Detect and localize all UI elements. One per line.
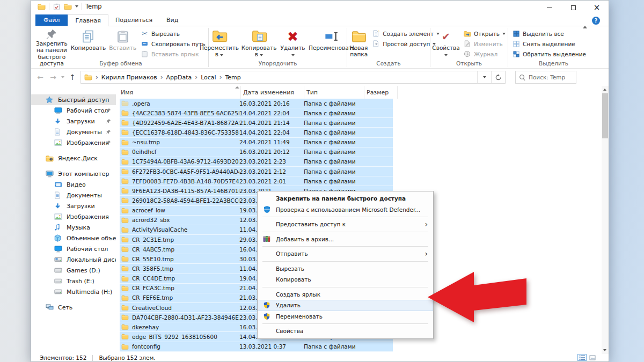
tab-file[interactable]: Файл [35,14,68,26]
scroll-down-icon[interactable] [603,349,606,351]
context-menu-item-add-to-archive[interactable]: Добавить в архив... [258,234,433,245]
paste-shortcut-button[interactable]: Вставить ярлык [138,49,208,59]
sidebar-item-documents[interactable]: Документы [31,190,116,201]
context-menu-item-pin-to-quick-access[interactable]: Закрепить на панели быстрого доступа [258,193,433,204]
file-row[interactable]: fontconfig 13.03.2021 0:37 Папка с файла… [120,342,393,352]
sidebar-item-desktop-pinned[interactable]: Рабочий стол [31,105,116,116]
copy-button[interactable]: Копировать [69,28,108,59]
context-menu-item-send-to[interactable]: Отправить › [258,248,433,260]
sidebar-item-downloads[interactable]: Загрузки [31,201,116,211]
sidebar-item-label: Быстрый доступ [58,97,109,104]
paste-button[interactable]: Вставить [107,28,138,59]
back-button[interactable]: ← [35,73,45,82]
invert-selection-button[interactable]: Обратить выделение [509,49,589,59]
details-view-button[interactable] [577,354,587,361]
scroll-up-icon[interactable] [603,88,606,91]
breadcrumb-segment[interactable]: Temp [225,74,240,81]
sidebar-item-video[interactable]: Видео [31,179,116,190]
breadcrumb[interactable]: ›Кирилл Примаков›AppData›Local›Temp [80,71,506,84]
forward-button[interactable]: → [48,73,58,82]
edit-button[interactable]: Изменить [460,39,508,49]
column-header-type[interactable]: Тип [304,86,364,99]
sidebar-item-local-disk-c[interactable]: Локальный диск (C [31,254,116,265]
address-dropdown-button[interactable] [477,71,491,83]
maximize-button[interactable] [561,1,585,14]
file-row[interactable]: 1C75494A-0BFB-43A6-9712-4693D20FB91F 23.… [120,157,393,167]
folder-icon [121,120,129,125]
cut-button[interactable]: ✂Вырезать [138,28,208,39]
history-button[interactable]: Журнал [460,49,508,59]
sidebar-item-music[interactable]: Музыка [31,222,116,233]
file-row[interactable]: 7EFD0083-FE7D-4B3B-A148-70D57E4657DF 23.… [120,176,393,186]
address-bar: ← → ↑ ›Кирилл Примаков›AppData›Local›Tem… [31,69,609,86]
sidebar-item-3d-objects[interactable]: Объемные объекты [31,233,116,243]
select-all-button[interactable]: Выделить все [509,28,589,39]
folder-icon[interactable] [64,3,72,10]
sidebar-item-pictures-pinned[interactable]: Изображения [31,137,116,148]
properties-check-icon[interactable] [53,3,61,10]
breadcrumb-segment[interactable]: AppData [166,74,192,81]
copy-path-button[interactable]: Скопировать путь [138,39,208,49]
select-none-button[interactable]: Снять выделение [509,39,589,49]
menu-item-label: Свойства [276,328,428,334]
open-button[interactable]: Открыть [460,28,508,39]
thumbnails-view-button[interactable] [588,354,597,361]
sidebar-item-downloads-pinned[interactable]: Загрузки [31,116,116,127]
sidebar-item-pictures[interactable]: Изображения [31,211,116,222]
context-menu-item-properties[interactable]: Свойства [258,326,433,337]
file-row[interactable]: .opera 16.03.2021 20:16 Папка с файлами [120,99,393,108]
file-row[interactable]: ~nsu.tmp 24.04.2021 11:49 Папка с файлам… [120,138,393,147]
help-button[interactable]: ? [592,17,600,25]
tab-home[interactable]: Главная [68,14,108,26]
column-header-name[interactable]: Имя [119,86,241,99]
file-row[interactable]: {4D922459-6A2E-4E43-B7A1-86872A9078... 2… [120,118,393,128]
context-menu-item-delete[interactable]: Удалить [258,300,433,311]
sidebar-item-yandex-disk[interactable]: Яндекс.Диск [31,153,116,164]
up-button[interactable]: ↑ [68,73,77,82]
menu-separator [262,287,428,287]
menu-item-label: Отправить [276,250,425,257]
context-menu-item-cut[interactable]: Вырезать [258,263,433,275]
context-menu-item-rename[interactable]: Переименовать [258,311,433,322]
properties-button[interactable]: ✔ Свойства [431,28,460,59]
sidebar-item-multimedia-h[interactable]: Multimedia (H:) [31,286,116,297]
scrollbar[interactable] [602,86,609,354]
recent-locations-icon[interactable] [61,76,64,78]
tab-share[interactable]: Поделиться [108,14,159,26]
move-to-button[interactable]: Переместитьв [200,28,239,59]
sidebar-item-games-d[interactable]: Games (D:) [31,265,116,276]
search-input[interactable] [529,74,572,80]
breadcrumb-segment[interactable]: Local [201,74,216,81]
sidebar-item-documents-pinned[interactable]: Документы [31,127,116,137]
sidebar-item-network[interactable]: Сеть [31,302,116,313]
close-button[interactable]: × [585,1,609,14]
sidebar-item-trash-e[interactable]: Trash (E:) [31,276,116,286]
scrollbar-thumb[interactable] [602,93,608,138]
column-header-date[interactable]: Дата изменения [241,86,304,99]
tab-view[interactable]: Вид [159,14,185,26]
collapse-ribbon-button[interactable] [583,19,587,26]
file-row[interactable]: {4AC2C383-5874-43FB-8EE5-6AC625FDD... 14… [120,108,393,118]
sidebar-item-quick-access[interactable]: Быстрый доступ [31,94,116,105]
sidebar-item-desktop[interactable]: Рабочий стол [31,243,116,254]
sidebar-item-icon [54,202,63,210]
file-row[interactable]: 0eihdhcf 16.03.2021 20:12 Папка с файлам… [120,147,393,157]
context-menu-item-give-access[interactable]: Предоставить доступ к › [258,219,433,230]
sidebar-item-this-pc[interactable]: Этот компьютер [31,168,116,179]
pin-to-quick-access-button[interactable]: Закрепить на панели быстрого доступа [34,28,69,59]
refresh-button[interactable] [491,71,505,83]
context-menu-item-copy[interactable]: Копировать [258,274,433,285]
context-menu-item-create-shortcut[interactable]: Создать ярлык [258,289,433,300]
copy-to-button[interactable]: Копироватьв [240,28,278,59]
context-menu-item-defender-scan[interactable]: Проверка с использованием Microsoft Defe… [258,204,433,216]
new-folder-button[interactable]: Новая папка [348,28,369,59]
search-box[interactable] [515,71,576,84]
breadcrumb-segment[interactable]: Кирилл Примаков [101,74,157,81]
file-row[interactable]: 6F272FB3-0CBC-4A5F-9F51-A9440AD4D7... 23… [120,167,393,176]
chevron-down-icon[interactable] [75,5,78,8]
file-row[interactable]: {ECC16378-618D-4843-836C-7533588516... 1… [120,128,393,137]
view-toggles [577,354,597,361]
column-header-size[interactable]: Размер [364,86,398,99]
delete-button[interactable]: ✖ Удалить [279,28,307,59]
minimize-button[interactable] [538,1,561,14]
